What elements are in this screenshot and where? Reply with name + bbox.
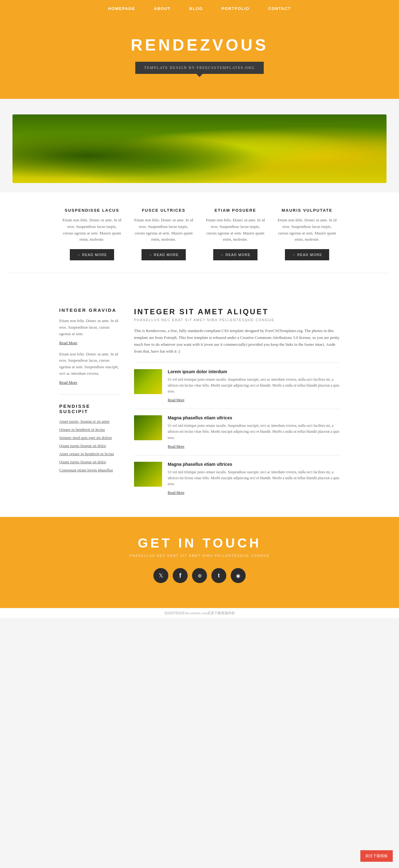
- list-item: Amet turpis, feugiat et sit amet: [59, 418, 122, 424]
- list-item: Consequat etiam lorem phasellus: [59, 467, 122, 473]
- list-item: Amet ornare in hendrerit in lectus: [59, 451, 122, 457]
- feature-1-body: Etiam non felis. Donec ut ante. In id er…: [62, 217, 122, 243]
- hero-section: RENDEZVOUS TEMPLATE DESIGN BY FREECSSTEM…: [0, 17, 399, 99]
- feature-3: ETIAM POSUERE Etiam non felis. Donec ut …: [203, 208, 268, 260]
- article-3-readmore[interactable]: Read More: [168, 490, 185, 495]
- content-grid: INTEGER GRAVIDA Etiam non felis. Donec u…: [59, 307, 340, 501]
- article-1-title: Lorem ipsum dolor interdum: [168, 369, 340, 374]
- hero-tagline: TEMPLATE DESIGN BY FREECSSTEMPLATES.ORG: [135, 62, 264, 74]
- list-item: Ornare in hendrerit in lectus: [59, 427, 122, 432]
- social-facebook[interactable]: f: [173, 568, 188, 583]
- facebook-icon: f: [179, 572, 181, 579]
- sidebar-block-1-text: Etiam non felis. Donec ut ante. In id er…: [59, 318, 122, 337]
- main-col-intro: This is Rendezvous, a free, fully standa…: [134, 328, 340, 355]
- site-title: RENDEZVOUS: [6, 35, 393, 54]
- nav-blog[interactable]: Blog: [189, 6, 203, 11]
- tumblr-icon: t: [218, 572, 220, 579]
- sidebar-gravida: INTEGER GRAVIDA Etiam non felis. Donec u…: [59, 307, 122, 385]
- sidebar-suscipit: PENDISSE SUSCIPIT Amet turpis, feugiat e…: [59, 403, 122, 473]
- feature-2-btn[interactable]: READ MORE: [142, 249, 185, 260]
- footer-section: GET IN TOUCH PHASELLUS NEC ERAT SIT AMET…: [0, 517, 399, 608]
- footer-subtitle: PHASELLUS NEC ERAT SIT AMET NIBH PELLENT…: [6, 554, 393, 557]
- feature-4-body: Etiam non felis. Donec ut ante. In id er…: [277, 217, 337, 243]
- hero-image: [12, 115, 387, 183]
- social-icons-row: 𝕏 f ⊛ t ◉: [6, 568, 393, 583]
- feature-1-btn[interactable]: READ MORE: [70, 249, 114, 260]
- feature-2-title: FUSCE ULTRICES: [134, 208, 193, 213]
- navigation: Homepage About Blog Portfolio Contact: [0, 0, 399, 17]
- article-3: Magna phasellus etiam ultrices Ut vel ni…: [134, 455, 340, 502]
- features-section: SUSPENDISSE LACUS Etiam non felis. Donec…: [0, 192, 399, 292]
- feature-1-title: SUSPENDISSE LACUS: [62, 208, 122, 213]
- sidebar-suscipit-title: PENDISSE SUSCIPIT: [59, 403, 122, 414]
- sidebar: INTEGER GRAVIDA Etiam non felis. Donec u…: [59, 307, 122, 501]
- list-item: Quam turpis feugiat sit dolor: [59, 459, 122, 465]
- main-col-subtitle: PHASELLUS NEC ERAT SIT AMET NIBH PELLENT…: [134, 318, 340, 322]
- article-1-thumb: [134, 369, 162, 394]
- feature-1: SUSPENDISSE LACUS Etiam non felis. Donec…: [59, 208, 125, 260]
- social-twitter[interactable]: 𝕏: [153, 568, 168, 583]
- article-1-text: Lorem ipsum dolor interdum Ut vel nisl t…: [168, 369, 340, 403]
- main-content-section: INTEGER GRAVIDA Etiam non felis. Donec u…: [0, 292, 399, 517]
- main-column: INTEGER SIT AMET ALIQUET PHASELLUS NEC E…: [134, 307, 340, 501]
- article-3-thumb: [134, 462, 162, 487]
- nav-contact[interactable]: Contact: [268, 6, 291, 11]
- feature-4: MAURIS VULPUTATE Etiam non felis. Donec …: [274, 208, 340, 260]
- article-2-body: Ut vel nisl tristique justo ornare iacul…: [168, 423, 340, 441]
- article-2-title: Magna phasellus etiam ultrices: [168, 415, 340, 420]
- sidebar-block-1-readmore[interactable]: Read More: [59, 340, 77, 345]
- nav-portfolio[interactable]: Portfolio: [222, 6, 249, 11]
- article-3-body: Ut vel nisl tristique justo ornare iacul…: [168, 469, 340, 487]
- sidebar-block-2-text: Etiam non felis. Donec ut ante. In id er…: [59, 351, 122, 377]
- feature-2-body: Etiam non felis. Donec ut ante. In id er…: [134, 217, 193, 243]
- article-1: Lorem ipsum dolor interdum Ut vel nisl t…: [134, 363, 340, 409]
- footer-title: GET IN TOUCH: [6, 536, 393, 551]
- watermark-text: 访问闪号社区bbs.xienlao.com买卖下载资源内容: [164, 611, 235, 615]
- main-col-title: INTEGER SIT AMET ALIQUET: [134, 307, 340, 316]
- sidebar-block-1: Etiam non felis. Donec ut ante. In id er…: [59, 318, 122, 345]
- section-divider: [9, 273, 390, 273]
- article-2-thumb: [134, 415, 162, 440]
- watermark-bar: 访问闪号社区bbs.xienlao.com买卖下载资源内容: [0, 608, 399, 618]
- feature-3-body: Etiam non felis. Donec ut ante. In id er…: [206, 217, 265, 243]
- article-2: Magna phasellus etiam ultrices Ut vel ni…: [134, 409, 340, 455]
- rss-icon: ◉: [236, 573, 240, 579]
- feature-3-title: ETIAM POSUERE: [206, 208, 265, 213]
- feature-4-title: MAURIS VULPUTATE: [277, 208, 337, 213]
- article-3-title: Magna phasellus etiam ultrices: [168, 462, 340, 467]
- article-3-text: Magna phasellus etiam ultrices Ut vel ni…: [168, 462, 340, 495]
- social-dribbble[interactable]: ⊛: [192, 568, 207, 583]
- list-item: Quam turpis feugiat sit dolor: [59, 443, 122, 448]
- article-2-readmore[interactable]: Read More: [168, 444, 185, 448]
- social-tumblr[interactable]: t: [211, 568, 226, 583]
- sidebar-block-2-readmore[interactable]: Read More: [59, 380, 77, 385]
- article-2-text: Magna phasellus etiam ultrices Ut vel ni…: [168, 415, 340, 449]
- feature-4-btn[interactable]: READ MORE: [285, 249, 329, 260]
- sidebar-gravida-title: INTEGER GRAVIDA: [59, 307, 122, 313]
- article-1-body: Ut vel nisl tristique justo ornare iacul…: [168, 377, 340, 395]
- sidebar-divider: [59, 394, 122, 395]
- feature-3-btn[interactable]: READ MORE: [213, 249, 257, 260]
- feature-2: FUSCE ULTRICES Etiam non felis. Donec ut…: [131, 208, 196, 260]
- article-1-readmore[interactable]: Read More: [168, 398, 185, 402]
- nav-homepage[interactable]: Homepage: [108, 6, 135, 11]
- features-grid: SUSPENDISSE LACUS Etiam non felis. Donec…: [59, 208, 340, 260]
- list-item: Semper mod quis eget mi dolore: [59, 435, 122, 440]
- social-rss[interactable]: ◉: [231, 568, 246, 583]
- nav-about[interactable]: About: [154, 6, 171, 11]
- sidebar-links-list: Amet turpis, feugiat et sit amet Ornare …: [59, 418, 122, 473]
- twitter-icon: 𝕏: [159, 572, 163, 579]
- sidebar-block-2: Etiam non felis. Donec ut ante. In id er…: [59, 351, 122, 385]
- dribbble-icon: ⊛: [197, 573, 202, 579]
